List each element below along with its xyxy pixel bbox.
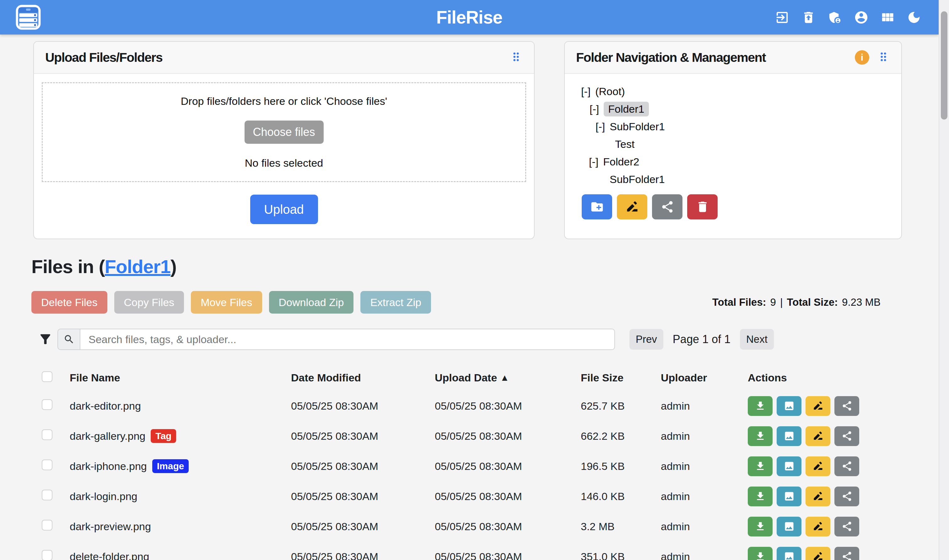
download-button[interactable] — [748, 547, 772, 560]
share-button[interactable] — [834, 456, 859, 476]
image-badge: Image — [152, 459, 189, 473]
upload-date-cell: 05/05/25 08:30AM — [435, 551, 581, 560]
share-button[interactable] — [834, 547, 859, 560]
image-icon — [784, 460, 795, 472]
column-file-size[interactable]: File Size — [581, 372, 661, 384]
tree-label[interactable]: SubFolder1 — [610, 173, 665, 186]
tree-node-subfolder1[interactable]: [-] SubFolder1 — [581, 118, 901, 135]
prev-page-button[interactable]: Prev — [629, 329, 663, 350]
row-checkbox[interactable] — [42, 460, 52, 470]
choose-files-button[interactable]: Choose files — [245, 120, 324, 144]
rename-folder-button[interactable] — [617, 194, 647, 219]
tree-toggle[interactable]: [-] — [589, 103, 599, 115]
info-icon[interactable]: i — [855, 50, 869, 65]
date-modified-cell: 05/05/25 08:30AM — [291, 430, 435, 442]
download-button[interactable] — [748, 486, 772, 506]
tree-label[interactable]: Folder2 — [603, 156, 639, 168]
row-checkbox[interactable] — [42, 520, 52, 531]
rename-button[interactable] — [806, 547, 831, 560]
share-button[interactable] — [834, 396, 859, 416]
filter-button[interactable] — [38, 332, 53, 346]
share-button[interactable] — [834, 486, 859, 506]
app-logo-button[interactable] — [14, 3, 43, 31]
share-button[interactable] — [834, 426, 859, 446]
tree-label[interactable]: SubFolder1 — [610, 120, 665, 133]
date-modified-cell: 05/05/25 08:30AM — [291, 460, 435, 472]
preview-button[interactable] — [777, 396, 801, 416]
rename-button[interactable] — [806, 426, 831, 446]
uploader-cell: admin — [661, 490, 748, 503]
logout-button[interactable] — [775, 10, 789, 25]
tree-node-subfolder1-2[interactable]: SubFolder1 — [581, 171, 901, 188]
file-table: File Name Date Modified Upload Date▲ Fil… — [42, 365, 855, 560]
tree-toggle[interactable]: [-] — [589, 156, 598, 168]
column-label: Upload Date — [435, 372, 497, 384]
row-checkbox[interactable] — [42, 490, 52, 500]
column-uploader[interactable]: Uploader — [661, 372, 748, 384]
total-size-value: 9.23 MB — [842, 296, 881, 308]
account-button[interactable] — [854, 10, 869, 25]
scrollbar-thumb[interactable] — [941, 11, 947, 120]
column-date-modified[interactable]: Date Modified — [291, 372, 435, 384]
restore-trash-button[interactable] — [801, 10, 816, 25]
sort-ascending-icon: ▲ — [500, 372, 509, 383]
tree-toggle[interactable]: [-] — [595, 120, 605, 133]
current-folder-link[interactable]: Folder1 — [105, 256, 171, 277]
tree-node-root[interactable]: [-] (Root) — [581, 83, 901, 100]
download-zip-button[interactable]: Download Zip — [269, 291, 354, 314]
tree-label-selected[interactable]: Folder1 — [604, 102, 649, 117]
totals-separator: | — [780, 296, 783, 308]
copy-files-button[interactable]: Copy Files — [114, 291, 184, 314]
download-button[interactable] — [748, 456, 772, 476]
row-checkbox[interactable] — [42, 550, 52, 560]
move-files-button[interactable]: Move Files — [191, 291, 262, 314]
share-button[interactable] — [834, 517, 859, 537]
tree-label[interactable]: Test — [615, 138, 634, 150]
scrollbar-track[interactable] — [939, 0, 949, 560]
dark-mode-button[interactable] — [907, 10, 921, 25]
tag-badge: Tag — [151, 429, 176, 443]
download-button[interactable] — [748, 517, 772, 537]
rename-button[interactable] — [806, 517, 831, 537]
create-folder-button[interactable] — [582, 194, 612, 219]
preview-button[interactable] — [777, 547, 801, 560]
search-input[interactable] — [80, 329, 615, 350]
tree-label[interactable]: (Root) — [595, 85, 625, 98]
tree-toggle[interactable]: [-] — [581, 85, 591, 98]
drag-handle[interactable] — [877, 50, 890, 65]
download-button[interactable] — [748, 396, 772, 416]
column-upload-date[interactable]: Upload Date▲ — [435, 372, 581, 384]
tree-node-folder1[interactable]: [-] Folder1 — [581, 100, 901, 118]
next-page-button[interactable]: Next — [740, 329, 774, 350]
rename-button[interactable] — [806, 396, 831, 416]
admin-panel-button[interactable] — [827, 10, 842, 25]
preview-button[interactable] — [777, 456, 801, 476]
share-folder-button[interactable] — [652, 194, 683, 219]
rename-button[interactable] — [806, 456, 831, 476]
tree-node-folder2[interactable]: [-] Folder2 — [581, 153, 901, 171]
preview-button[interactable] — [777, 517, 801, 537]
column-file-name[interactable]: File Name — [70, 372, 291, 384]
delete-files-button[interactable]: Delete Files — [31, 291, 108, 314]
row-checkbox[interactable] — [42, 429, 52, 440]
preview-button[interactable] — [777, 486, 801, 506]
extract-zip-button[interactable]: Extract Zip — [360, 291, 431, 314]
select-all-checkbox[interactable] — [42, 371, 52, 382]
preview-button[interactable] — [777, 426, 801, 446]
grid-view-button[interactable] — [880, 10, 895, 25]
row-checkbox[interactable] — [42, 399, 52, 410]
download-button[interactable] — [748, 426, 772, 446]
row-checkbox-cell — [42, 460, 70, 473]
table-row: dark-login.png 05/05/25 08:30AM 05/05/25… — [42, 481, 855, 511]
row-actions — [748, 517, 859, 537]
upload-button[interactable]: Upload — [250, 195, 318, 224]
search-icon — [63, 334, 75, 345]
rename-button[interactable] — [806, 486, 831, 506]
folder-card-tools: i — [855, 50, 890, 65]
date-modified-cell: 05/05/25 08:30AM — [291, 551, 435, 560]
drag-handle[interactable] — [509, 50, 523, 65]
file-dropzone[interactable]: Drop files/folders here or click 'Choose… — [42, 82, 526, 182]
tree-node-test[interactable]: Test — [581, 135, 901, 153]
delete-folder-button[interactable] — [687, 194, 718, 219]
share-icon — [660, 200, 674, 214]
